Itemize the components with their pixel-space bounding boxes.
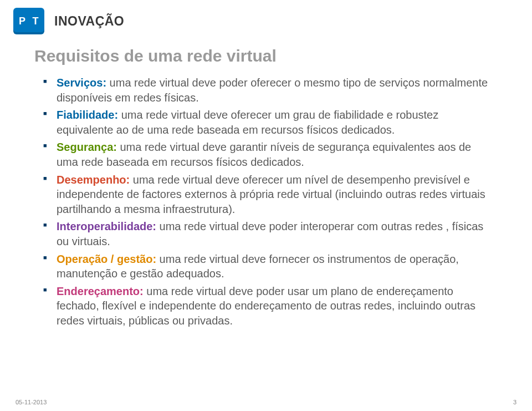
bullet-item: Serviços: uma rede virtual deve poder of… [43, 75, 493, 105]
footer-page: 3 [513, 399, 516, 405]
page-title: Requisitos de uma rede virtual [0, 34, 532, 75]
logo-word: INOVAÇÃO [54, 14, 124, 29]
pt-letter-p: P [17, 16, 27, 26]
bullet-text: uma rede virtual deve poder oferecer o m… [57, 77, 488, 104]
bullet-keyword: Interoperabilidade: [57, 220, 156, 232]
bullet-item: Fiabilidade: uma rede virtual deve ofere… [43, 108, 493, 137]
footer-date: 05-11-2013 [16, 399, 47, 405]
bullet-text: uma rede virtual deve garantir níveis de… [57, 141, 471, 168]
bullet-keyword: Desempenho: [57, 174, 130, 186]
bullet-item: Segurança: uma rede virtual deve garanti… [43, 140, 493, 169]
slide-footer: 05-11-2013 3 [0, 399, 532, 405]
bullet-item: Interoperabilidade: uma rede virtual dev… [43, 219, 493, 248]
logo: P T INOVAÇÃO [0, 0, 532, 34]
slide-content: Serviços: uma rede virtual deve poder of… [0, 75, 532, 328]
bullet-keyword: Serviços: [57, 77, 106, 89]
pt-letter-t: T [30, 16, 40, 26]
bullet-keyword: Operação / gestão: [57, 253, 156, 265]
bullet-item: Endereçamento: uma rede virtual deve pod… [43, 284, 493, 328]
bullet-keyword: Segurança: [57, 141, 117, 153]
bullet-item: Operação / gestão: uma rede virtual deve… [43, 252, 493, 281]
bullet-keyword: Fiabilidade: [57, 109, 118, 121]
pt-logo-icon: P T [13, 8, 44, 34]
bullet-item: Desempenho: uma rede virtual deve oferec… [43, 172, 493, 217]
bullet-list: Serviços: uma rede virtual deve poder of… [43, 75, 493, 328]
bullet-keyword: Endereçamento: [57, 285, 144, 297]
